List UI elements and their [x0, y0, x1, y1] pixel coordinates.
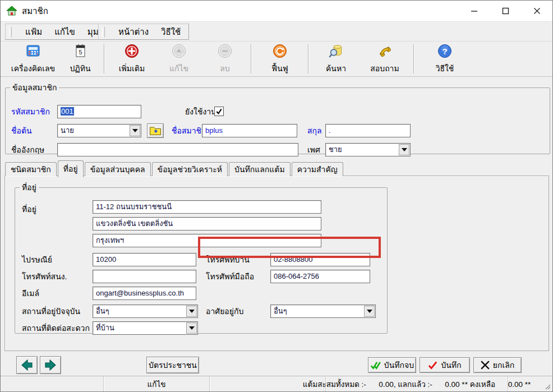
title-prefix-label: ชื่อต้น [11, 124, 32, 137]
english-name-label: ชื่ออังกฤษ [11, 143, 44, 156]
title-prefix-select[interactable]: นาย [57, 124, 141, 137]
member-code-label: รหัสสมาชิก [11, 105, 50, 118]
title-bar: สมาชิก [1, 1, 552, 22]
address-label: ที่อยู่ [22, 202, 36, 216]
address-groupbox: ที่อยู่ ที่อยู่ 11-12 ถนนบรมราชชนนี แขวง… [15, 181, 388, 334]
close-button[interactable] [521, 1, 552, 21]
cancel-button[interactable]: ยกเลิก [473, 357, 522, 373]
new-folder-icon [149, 126, 162, 136]
search-button[interactable]: ค้นหา [312, 43, 360, 75]
tab-member-type[interactable]: ชนิดสมาชิก [5, 162, 57, 176]
tab-address[interactable]: ที่อยู่ [58, 160, 84, 177]
menu-group-window: หน้าต่าง วิธีใช้ [98, 24, 189, 40]
add-icon [124, 43, 140, 61]
chevron-down-icon[interactable] [186, 322, 197, 334]
postcode-label: ไปรษณีย์ [22, 253, 52, 266]
toolbar-separator [104, 44, 105, 73]
previous-record-button[interactable] [16, 356, 38, 374]
help-button[interactable]: ? วิธีใช้ [418, 43, 472, 75]
toolbar-button-label: ฟื้นฟู [271, 62, 288, 75]
svg-text:5: 5 [79, 49, 82, 56]
tab-strip: ชนิดสมาชิก ที่อยู่ ข้อมูลส่วนบุคคล ข้อมู… [5, 160, 344, 176]
office-phone-input[interactable] [93, 270, 196, 283]
id-card-button[interactable]: บัตรประชาชน [146, 357, 199, 373]
inquire-button[interactable]: สอบถาม [360, 43, 410, 75]
calculator-button[interactable]: เครื่องคิดเลข [6, 43, 60, 75]
add-button[interactable]: เพิ่มเติม [108, 43, 155, 75]
edit-button: แก้ไข [155, 43, 202, 75]
delete-button: ลบ [202, 43, 247, 75]
toolbar-button-label: เพิ่มเติม [119, 62, 145, 75]
postcode-input[interactable]: 10200 [93, 253, 196, 266]
english-name-input[interactable] [57, 143, 298, 156]
address-line2-input[interactable]: แขวงตลิ่งชัน เขตตลิ่งชัน [93, 217, 321, 230]
toolbar-separator [308, 44, 309, 73]
address-line1-input[interactable]: 11-12 ถนนบรมราชชนนี [93, 200, 321, 214]
member-name-label: ชื่อสมาชิก [172, 124, 206, 137]
maximize-button[interactable] [490, 1, 521, 21]
menu-help[interactable]: วิธีใช้ [161, 25, 181, 39]
toolbar-button-label: วิธีใช้ [436, 62, 454, 75]
mobile-phone-label: โทรศัพท์มือถือ [206, 270, 254, 283]
menu-edit[interactable]: แก้ไข [54, 25, 75, 39]
tab-point-redemption[interactable]: บันทึกแลกแต้ม [229, 162, 291, 176]
double-check-icon [370, 361, 381, 370]
edit-icon [171, 43, 187, 61]
active-checkbox[interactable] [214, 107, 224, 116]
refresh-button[interactable]: ฟื้นฟู [255, 43, 305, 75]
email-input[interactable]: ongart@businessplus.co.th [93, 287, 196, 300]
contact-place-label: สถานที่ติดต่อสะดวก [22, 321, 90, 335]
toolbar-button-label: ลบ [220, 62, 229, 75]
checkmark-icon [215, 108, 223, 115]
toolbar-grip [9, 27, 12, 37]
contact-place-select[interactable]: ที่บ้าน [93, 321, 198, 335]
living-with-select[interactable]: อื่นๆ [270, 305, 376, 318]
chevron-down-icon[interactable] [399, 144, 409, 155]
menu-file[interactable]: แฟ้ม [25, 25, 42, 39]
tab-personal-info[interactable]: ข้อมูลส่วนบุคคล [85, 162, 151, 176]
toolbar-button-label: แก้ไข [169, 62, 188, 75]
app-house-icon [6, 6, 17, 17]
status-points-summary: แต้มสะสมทั้งหมด :- 0.00, แลกแล้ว :- 0.00… [326, 376, 508, 391]
minimize-button[interactable] [458, 1, 490, 21]
surname-label: สกุล [307, 124, 322, 137]
toolbar-button-label: ปฏิทิน [70, 62, 90, 75]
tab-analysis-data[interactable]: ข้อมูลช่วยวิเคราะห์ [152, 162, 228, 176]
status-bar: แก้ไข แต้มสะสมทั้งหมด :- 0.00, แลกแล้ว :… [1, 376, 552, 391]
tab-importance[interactable]: ความสำคัญ [292, 162, 343, 176]
menu-window[interactable]: หน้าต่าง [118, 25, 149, 39]
next-record-button[interactable] [40, 356, 61, 374]
new-title-button[interactable] [147, 123, 164, 138]
member-window: สมาชิก แฟ้ม แก้ไข มุมมอง หน้าต่าง วิธีใช… [0, 0, 553, 392]
x-icon [481, 361, 490, 370]
current-residence-select[interactable]: อื่นๆ [93, 305, 198, 318]
surname-input[interactable]: . [325, 124, 411, 137]
toolbar-separator [413, 44, 414, 73]
save-button[interactable]: บันทึก [420, 357, 470, 373]
toolbar-grip [102, 27, 105, 37]
save-finish-button[interactable]: บันทึกจบ [368, 357, 416, 373]
living-with-label: อาศัยอยู่กับ [206, 305, 243, 318]
active-label: ยังใช้งาน [185, 105, 216, 118]
chevron-down-icon[interactable] [186, 306, 197, 317]
member-info-legend: ข้อมูลสมาชิก [10, 81, 59, 94]
member-code-input[interactable]: 001 [57, 105, 141, 118]
arrow-left-icon [20, 359, 34, 371]
toolbar-button-label: ค้นหา [326, 62, 346, 75]
mobile-phone-input[interactable]: 086-064-2756 [270, 270, 370, 283]
chevron-down-icon[interactable] [130, 125, 140, 136]
toolbar-button-label: เครื่องคิดเลข [11, 62, 55, 75]
gender-select[interactable]: ชาย [325, 143, 411, 156]
chevron-down-icon[interactable] [364, 306, 375, 317]
address-line3-input[interactable]: กรุงเทพฯ [93, 234, 321, 247]
toolbar-button-label: สอบถาม [370, 62, 399, 75]
status-mode: แก้ไข [104, 376, 210, 391]
member-name-input[interactable]: bplus [202, 124, 297, 137]
calendar-button[interactable]: 5 ปฏิทิน [60, 43, 100, 75]
window-title: สมาชิก [22, 4, 48, 18]
svg-text:?: ? [442, 47, 447, 56]
home-phone-input[interactable]: 02-8808800 [270, 253, 370, 266]
calendar-icon: 5 [72, 43, 88, 61]
toolbar-separator [251, 44, 252, 73]
resize-grip[interactable] [508, 376, 552, 391]
